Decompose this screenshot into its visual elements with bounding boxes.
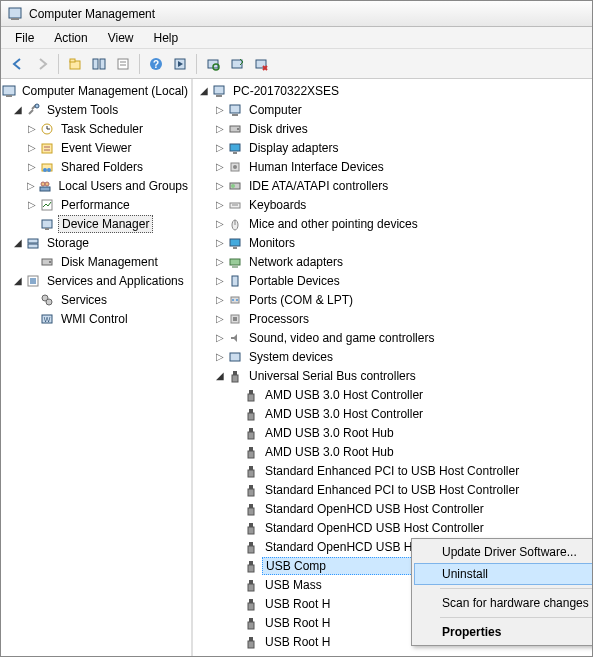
properties-button[interactable] [112,53,134,75]
collapse-icon[interactable]: ◢ [11,104,25,115]
update-driver-button[interactable] [226,53,248,75]
category-system-devices[interactable]: ▷System devices [193,347,592,366]
tree-task-scheduler[interactable]: ▷ Task Scheduler [1,119,191,138]
usb-device[interactable]: AMD USB 3.0 Host Controller [193,404,592,423]
category-network[interactable]: ▷Network adapters [193,252,592,271]
category-disk-drives[interactable]: ▷Disk drives [193,119,592,138]
tree-label: USB Comp [262,557,417,575]
category-display-adapters[interactable]: ▷Display adapters [193,138,592,157]
tree-services-apps[interactable]: ◢ Services and Applications [1,271,191,290]
expand-icon[interactable]: ▷ [213,275,227,286]
expand-icon[interactable]: ▷ [213,142,227,153]
console-tree[interactable]: Computer Management (Local) ◢ System Too… [1,79,193,656]
expand-icon[interactable]: ▷ [25,142,39,153]
tree-label: Standard Enhanced PCI to USB Host Contro… [262,463,522,479]
context-properties[interactable]: Properties [414,621,592,643]
tree-wmi[interactable]: W WMI Control [1,309,191,328]
tree-label: Standard Enhanced PCI to USB Host Contro… [262,482,522,498]
expand-icon[interactable]: ▷ [213,161,227,172]
collapse-icon[interactable]: ◢ [11,237,25,248]
usb-device[interactable]: AMD USB 3.0 Root Hub [193,442,592,461]
tree-label: Portable Devices [246,273,343,289]
context-uninstall[interactable]: Uninstall [414,563,592,585]
tree-device-manager[interactable]: Device Manager [1,214,191,233]
uninstall-button[interactable] [250,53,272,75]
toolbar-separator [196,54,197,74]
usb-device[interactable]: AMD USB 3.0 Host Controller [193,385,592,404]
menu-action[interactable]: Action [46,29,95,46]
category-ide[interactable]: ▷IDE ATA/ATAPI controllers [193,176,592,195]
device-tree[interactable]: ◢ PC-20170322XSES ▷Computer▷Disk drives▷… [193,79,592,656]
expand-icon[interactable]: ▷ [25,123,39,134]
back-button[interactable] [7,53,29,75]
usb-device[interactable]: Standard OpenHCD USB Host Controller [193,499,592,518]
usb-device[interactable]: USB Root H [193,651,592,656]
forward-button[interactable] [31,53,53,75]
expand-icon[interactable]: ▷ [25,161,39,172]
expand-icon[interactable]: ▷ [213,256,227,267]
collapse-icon[interactable]: ◢ [197,85,211,96]
svg-rect-73 [233,371,237,375]
menu-file[interactable]: File [7,29,42,46]
toolbar-separator [58,54,59,74]
hid-icon [227,159,243,175]
svg-point-55 [233,165,237,169]
usb-device[interactable]: Standard Enhanced PCI to USB Host Contro… [193,461,592,480]
svg-text:W: W [44,316,51,323]
context-update-driver[interactable]: Update Driver Software... [414,541,592,563]
action-button[interactable] [169,53,191,75]
svg-rect-93 [249,561,253,565]
category-computer[interactable]: ▷Computer [193,100,592,119]
scan-hardware-button[interactable] [202,53,224,75]
tree-storage[interactable]: ◢ Storage [1,233,191,252]
usb-device-icon [243,596,259,612]
category-processors[interactable]: ▷Processors [193,309,592,328]
category-monitors[interactable]: ▷Monitors [193,233,592,252]
tree-system-tools[interactable]: ◢ System Tools [1,100,191,119]
expand-icon[interactable]: ▷ [213,180,227,191]
svg-text:?: ? [153,59,159,70]
expand-icon[interactable]: ▷ [25,180,38,191]
tree-root[interactable]: Computer Management (Local) [1,81,191,100]
expand-icon[interactable]: ▷ [213,123,227,134]
device-root[interactable]: ◢ PC-20170322XSES [193,81,592,100]
tree-disk-management[interactable]: Disk Management [1,252,191,271]
tree-performance[interactable]: ▷ Performance [1,195,191,214]
monitor-icon [227,235,243,251]
category-ports[interactable]: ▷Ports (COM & LPT) [193,290,592,309]
svg-rect-78 [248,413,254,420]
usb-device[interactable]: Standard Enhanced PCI to USB Host Contro… [193,480,592,499]
category-hid[interactable]: ▷Human Interface Devices [193,157,592,176]
svg-point-29 [47,168,51,172]
up-button[interactable] [64,53,86,75]
menu-view[interactable]: View [100,29,142,46]
expand-icon[interactable]: ▷ [213,237,227,248]
category-usb[interactable]: ◢ Universal Serial Bus controllers [193,366,592,385]
context-scan[interactable]: Scan for hardware changes [414,592,592,614]
expand-icon[interactable]: ▷ [213,199,227,210]
expand-icon[interactable]: ▷ [25,199,39,210]
category-keyboards[interactable]: ▷Keyboards [193,195,592,214]
category-sound[interactable]: ▷Sound, video and game controllers [193,328,592,347]
tree-local-users[interactable]: ▷ Local Users and Groups [1,176,191,195]
tree-services[interactable]: Services [1,290,191,309]
tree-label: USB Root H [262,596,333,612]
tree-event-viewer[interactable]: ▷ Event Viewer [1,138,191,157]
usb-device[interactable]: AMD USB 3.0 Root Hub [193,423,592,442]
category-mice[interactable]: ▷Mice and other pointing devices [193,214,592,233]
expand-icon[interactable]: ▷ [213,294,227,305]
expand-icon[interactable]: ▷ [213,351,227,362]
tree-label: Services [58,292,110,308]
usb-device[interactable]: Standard OpenHCD USB Host Controller [193,518,592,537]
menu-help[interactable]: Help [146,29,187,46]
show-hide-button[interactable] [88,53,110,75]
expand-icon[interactable]: ▷ [213,218,227,229]
collapse-icon[interactable]: ◢ [11,275,25,286]
expand-icon[interactable]: ▷ [213,104,227,115]
expand-icon[interactable]: ▷ [213,332,227,343]
help-button[interactable]: ? [145,53,167,75]
category-portable[interactable]: ▷Portable Devices [193,271,592,290]
expand-icon[interactable]: ▷ [213,313,227,324]
collapse-icon[interactable]: ◢ [213,370,227,381]
tree-shared-folders[interactable]: ▷ Shared Folders [1,157,191,176]
